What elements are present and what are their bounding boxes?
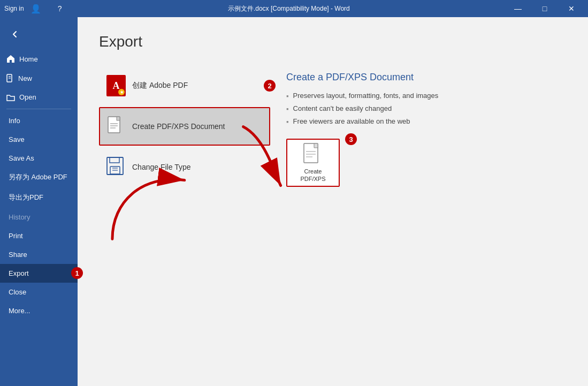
export-list: A ★ 创建 Adobe PDF 2 — [99, 66, 270, 192]
badge-1: 1 — [71, 267, 83, 279]
sidebar-item-print[interactable]: Print — [0, 226, 78, 245]
back-button[interactable] — [4, 24, 26, 45]
export-option-pdf-xps[interactable]: Create PDF/XPS Document — [99, 107, 270, 146]
export-option-adobe-pdf[interactable]: A ★ 创建 Adobe PDF — [99, 66, 270, 105]
badge-2: 2 — [264, 80, 276, 92]
window-controls: — □ ✕ — [506, 0, 584, 17]
sidebar-item-export[interactable]: Export — [0, 264, 78, 283]
sidebar-item-open[interactable]: Open — [0, 88, 78, 107]
change-file-type-icon — [106, 156, 126, 178]
minimize-button[interactable]: — — [506, 0, 530, 17]
app-body: Home New Open Info Save Save As 另存为 Adob… — [0, 17, 588, 386]
sidebar: Home New Open Info Save Save As 另存为 Adob… — [0, 17, 78, 386]
pdf-xps-label: Create PDF/XPS Document — [132, 122, 225, 131]
maximize-button[interactable]: □ — [532, 0, 557, 17]
main-content: Export A ★ — [78, 17, 588, 386]
export-option-change-file-type[interactable]: Change File Type — [99, 148, 270, 186]
create-pdf-button-label: CreatePDF/XPS — [300, 168, 325, 183]
sidebar-item-open-label: Open — [19, 93, 36, 101]
help-button[interactable]: ? — [48, 0, 72, 17]
window-title: 示例文件.docx [Compatibility Mode] - Word — [72, 4, 506, 13]
sidebar-item-new-label: New — [18, 74, 32, 82]
svg-marker-14 — [314, 143, 318, 148]
titlebar-left: Sign in 👤 ? — [4, 0, 72, 17]
svg-marker-4 — [117, 117, 120, 120]
pdf-xps-icon — [106, 116, 126, 137]
detail-bullets: Preserves layout, formatting, fonts, and… — [286, 92, 551, 126]
detail-bullet-1: Preserves layout, formatting, fonts, and… — [286, 92, 551, 100]
close-button[interactable]: ✕ — [559, 0, 584, 17]
sidebar-item-save-as[interactable]: Save As — [0, 149, 78, 168]
detail-title: Create a PDF/XPS Document — [286, 72, 551, 83]
sidebar-item-history: History — [0, 208, 78, 226]
change-file-type-label: Change File Type — [132, 163, 190, 171]
sidebar-item-info[interactable]: Info — [0, 111, 78, 130]
create-pdf-icon — [303, 143, 323, 164]
sidebar-item-share[interactable]: Share — [0, 245, 78, 264]
sidebar-item-save-adobe-pdf[interactable]: 另存为 Adobe PDF — [0, 168, 78, 187]
detail-bullet-3: Free viewers are available on the web — [286, 117, 551, 126]
sidebar-item-home[interactable]: Home — [0, 49, 78, 69]
sign-in-link[interactable]: Sign in — [4, 5, 24, 12]
export-options: A ★ 创建 Adobe PDF 2 — [99, 66, 567, 192]
adobe-pdf-label: 创建 Adobe PDF — [132, 81, 188, 90]
page-title: Export — [99, 33, 567, 50]
sidebar-item-new[interactable]: New — [0, 69, 78, 88]
sidebar-item-close[interactable]: Close — [0, 283, 78, 301]
sidebar-item-more[interactable]: More... — [0, 301, 78, 320]
detail-bullet-2: Content can't be easily changed — [286, 104, 551, 113]
adobe-pdf-icon: A ★ — [106, 75, 126, 96]
sidebar-item-save[interactable]: Save — [0, 130, 78, 149]
sidebar-divider — [6, 109, 71, 109]
user-icon[interactable]: 👤 — [30, 4, 41, 14]
create-pdf-xps-button[interactable]: CreatePDF/XPS — [286, 139, 340, 187]
badge-3: 3 — [345, 133, 357, 145]
titlebar: Sign in 👤 ? 示例文件.docx [Compatibility Mod… — [0, 0, 588, 17]
svg-rect-9 — [110, 157, 119, 163]
sidebar-item-export-pdf[interactable]: 导出为PDF — [0, 187, 78, 208]
export-detail: Create a PDF/XPS Document Preserves layo… — [270, 66, 567, 192]
sidebar-item-home-label: Home — [19, 55, 38, 63]
